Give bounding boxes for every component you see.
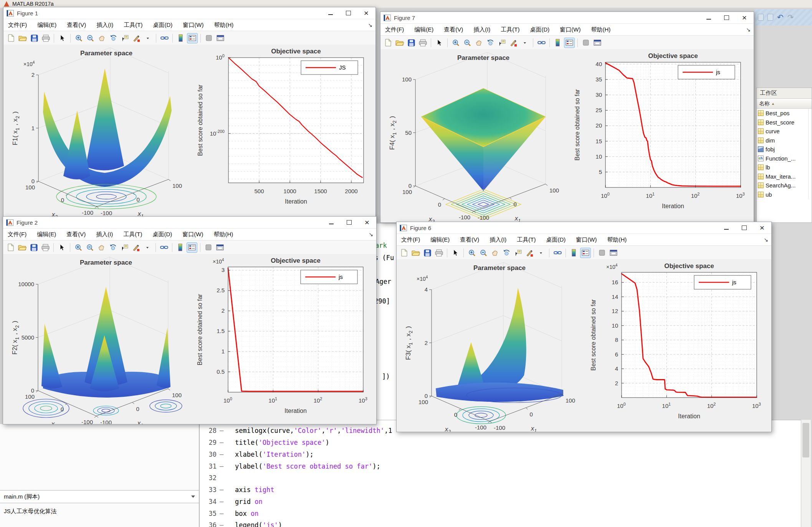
menu-item[interactable]: 文件(F) <box>401 236 420 244</box>
data-cursor-icon[interactable] <box>513 248 523 258</box>
editor-code-line[interactable]: 32 <box>200 472 801 484</box>
brush-data-icon[interactable] <box>524 248 535 258</box>
menu-item[interactable]: 编辑(E) <box>430 236 450 244</box>
editor-code-line[interactable]: 36—legend('js') <box>200 519 801 527</box>
workspace-variable-row[interactable]: dim <box>757 136 809 145</box>
data-cursor-icon[interactable] <box>119 242 130 253</box>
menu-item[interactable]: 查看(V) <box>67 22 86 29</box>
insert-legend-icon[interactable] <box>564 38 575 48</box>
open-file-icon[interactable] <box>17 242 28 253</box>
editor-code-line[interactable]: 30—xlabel('Iteration'); <box>200 449 801 461</box>
insert-colorbar-icon[interactable] <box>175 242 186 253</box>
minimize-button[interactable] <box>329 219 334 226</box>
new-figure-icon[interactable] <box>399 248 410 258</box>
legend[interactable]: js <box>678 65 735 79</box>
insert-colorbar-icon[interactable] <box>175 33 186 43</box>
workspace-variable-row[interactable]: Max_itera... <box>757 172 809 181</box>
parameter-space-plot[interactable]: 4201000-100-1000100x2 x1 Parameter space… <box>399 261 583 432</box>
menu-overflow-icon[interactable]: ↘ <box>746 27 751 33</box>
close-button[interactable]: × <box>742 14 747 21</box>
objective-space-plot[interactable]: 100 101 102 103 510152025303540jsObjecti… <box>570 51 748 222</box>
open-file-icon[interactable] <box>17 33 28 43</box>
open-file-icon[interactable] <box>410 248 421 258</box>
objective-space-plot[interactable]: 100 101 102 103 0.511.522.53jsObjective … <box>193 255 370 424</box>
save-figure-icon[interactable] <box>422 248 433 258</box>
hide-plot-tools-icon[interactable] <box>597 248 607 258</box>
menu-item[interactable]: 编辑(E) <box>37 22 56 29</box>
link-plot-icon[interactable] <box>159 33 170 43</box>
rotate-3d-icon[interactable] <box>108 33 119 43</box>
menu-item[interactable]: 文件(F) <box>385 26 404 33</box>
menu-item[interactable]: 帮助(H) <box>591 26 610 33</box>
figure-titlebar[interactable]: Figure 1 × <box>3 7 375 19</box>
menu-item[interactable]: 帮助(H) <box>607 236 627 244</box>
insert-legend-icon[interactable] <box>187 242 197 253</box>
link-plot-icon[interactable] <box>536 38 547 48</box>
link-plot-icon[interactable] <box>552 248 563 258</box>
menu-overflow-icon[interactable]: ↘ <box>368 22 372 28</box>
zoom-out-icon[interactable] <box>85 33 96 43</box>
workspace-variable-row[interactable]: curve <box>757 127 809 136</box>
minimize-button[interactable] <box>724 224 729 231</box>
brush-data-icon[interactable] <box>131 242 141 253</box>
parameter-space-plot[interactable]: 10000500001000-100-1000100x2 x1 Paramete… <box>5 255 190 424</box>
zoom-in-icon[interactable] <box>73 33 84 43</box>
menu-item[interactable]: 桌面(D) <box>153 22 172 29</box>
brush-data-icon[interactable] <box>508 38 519 48</box>
menu-overflow-icon[interactable]: ↘ <box>369 231 373 237</box>
menu-item[interactable]: 查看(V) <box>460 236 479 244</box>
pointer-icon[interactable] <box>434 38 445 48</box>
brush-data-icon[interactable] <box>131 33 142 43</box>
hide-plot-tools-icon[interactable] <box>203 33 214 43</box>
editor-code-line[interactable]: 33—axis tight <box>200 484 801 496</box>
menu-overflow-icon[interactable]: ↘ <box>764 237 768 243</box>
data-cursor-icon[interactable] <box>119 33 130 43</box>
minimize-button[interactable] <box>328 10 333 17</box>
print-figure-icon[interactable] <box>40 242 51 253</box>
menu-item[interactable]: 工具(T) <box>501 26 519 33</box>
chevron-down-icon[interactable] <box>191 496 195 498</box>
close-button[interactable]: × <box>760 224 764 231</box>
editor-scrollbar[interactable] <box>801 420 811 527</box>
new-figure-icon[interactable] <box>5 242 16 253</box>
menu-item[interactable]: 工具(T) <box>124 22 142 29</box>
pointer-icon[interactable] <box>57 33 68 43</box>
undo-icon[interactable]: ↶ <box>777 13 784 21</box>
maximize-button[interactable] <box>346 10 351 17</box>
link-plot-icon[interactable] <box>159 242 169 253</box>
show-plot-tools-icon[interactable] <box>215 242 225 253</box>
data-cursor-icon[interactable] <box>496 38 507 48</box>
editor-code-line[interactable]: 34—grid on <box>200 496 801 508</box>
rotate-3d-icon[interactable] <box>501 248 512 258</box>
hide-plot-tools-icon[interactable] <box>580 38 591 48</box>
workspace-name-column-header[interactable]: 名称 ▲ <box>757 99 812 109</box>
workspace-variable-row[interactable]: SearchAg... <box>757 181 809 190</box>
editor-code-line[interactable]: 35—box on <box>200 507 801 519</box>
save-figure-icon[interactable] <box>28 242 39 253</box>
legend[interactable]: js <box>694 275 751 289</box>
hide-plot-tools-icon[interactable] <box>203 242 214 253</box>
paste-icon[interactable] <box>758 14 764 21</box>
menu-item[interactable]: 文件(F) <box>8 231 26 238</box>
workspace-variable-row[interactable]: ub <box>757 190 809 199</box>
rotate-3d-icon[interactable] <box>485 38 496 48</box>
workspace-variable-row[interactable]: lb <box>757 163 809 172</box>
zoom-in-icon[interactable] <box>73 242 84 253</box>
maximize-button[interactable] <box>742 224 747 231</box>
brush-dropdown-icon[interactable] <box>536 248 546 258</box>
figure-titlebar[interactable]: Figure 7 × <box>380 12 754 24</box>
scrollbar-thumb[interactable] <box>802 423 809 457</box>
close-button[interactable]: × <box>365 219 369 226</box>
show-plot-tools-icon[interactable] <box>592 38 603 48</box>
redo-icon[interactable]: ↷ <box>787 13 794 21</box>
zoom-out-icon[interactable] <box>478 248 489 258</box>
show-plot-tools-icon[interactable] <box>215 33 226 43</box>
menu-item[interactable]: 编辑(E) <box>414 26 433 33</box>
zoom-in-icon[interactable] <box>450 38 461 48</box>
menu-item[interactable]: 桌面(D) <box>152 231 172 238</box>
menu-item[interactable]: 插入(I) <box>96 22 113 29</box>
copy-icon[interactable] <box>767 14 773 21</box>
legend[interactable]: js <box>301 270 357 284</box>
objective-space-plot[interactable]: 100 101 102 103 246810121416jsObjective … <box>586 261 764 432</box>
figure-titlebar[interactable]: Figure 2 × <box>3 217 376 229</box>
